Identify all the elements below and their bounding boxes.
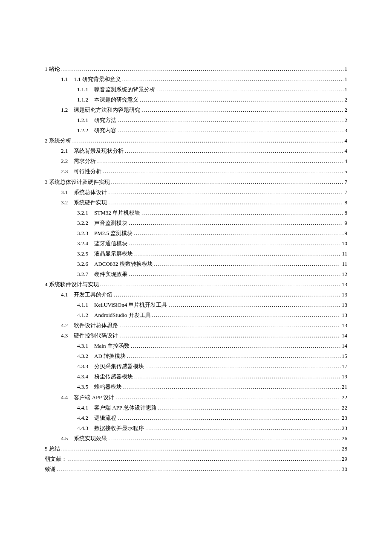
- toc-entry[interactable]: 1.1.2本课题的研究意义2: [45, 95, 347, 105]
- toc-entry-page: 8: [345, 198, 348, 208]
- toc-leader-dots: [108, 198, 343, 208]
- toc-entry-number: 4.5: [61, 433, 68, 444]
- toc-entry-page: 1: [345, 64, 348, 74]
- toc-entry[interactable]: 4.4.2逻辑流程23: [45, 413, 347, 423]
- toc-entry[interactable]: 3.1系统总体设计7: [45, 187, 347, 198]
- toc-entry-page: 28: [342, 444, 347, 454]
- toc-entry-number: 3.2.4: [77, 238, 88, 249]
- toc-entry-page: 10: [342, 238, 347, 249]
- toc-leader-dots: [129, 269, 340, 279]
- toc-entry-number: 4.3.5: [77, 382, 88, 392]
- toc-entry-number: 4.1: [61, 290, 68, 300]
- toc-entry[interactable]: 3.2.2声音监测模块9: [45, 218, 347, 228]
- toc-entry[interactable]: 2.3可行性分析5: [45, 166, 347, 177]
- toc-entry[interactable]: 4 系统软件设计与实现13: [45, 279, 347, 290]
- toc-entry[interactable]: 1.1.1噪音监测系统的背景分析1: [45, 84, 347, 95]
- toc-entry-number: 3.2.1: [77, 208, 88, 218]
- toc-entry[interactable]: 4.2软件设计总体思路13: [45, 320, 347, 331]
- toc-entry-page: 1: [345, 74, 348, 84]
- toc-entry[interactable]: 2 系统分析4: [45, 136, 347, 146]
- toc-leader-dots: [122, 74, 343, 84]
- toc-entry-page: 23: [342, 423, 347, 433]
- toc-entry[interactable]: 4.4客户端 APP 设计22: [45, 392, 347, 403]
- toc-entry-page: 2: [345, 95, 348, 105]
- toc-leader-dots: [156, 84, 343, 95]
- toc-entry-page: 14: [342, 341, 347, 351]
- toc-entry-number: 3.1: [61, 187, 68, 198]
- toc-entry[interactable]: 4.1.2AndroidStudio 开发工具13: [45, 310, 347, 320]
- toc-leader-dots: [141, 208, 343, 218]
- toc-entry[interactable]: 2.1系统背景及现状分析4: [45, 146, 347, 156]
- toc-entry[interactable]: 4.3.4粉尘传感器模块19: [45, 372, 347, 382]
- toc-entry-title: 1 绪论: [45, 64, 60, 74]
- toc-entry[interactable]: 3.2.3PM2.5 监测模块9: [45, 228, 347, 238]
- toc-entry[interactable]: 3.2.6ADCO832 模数转换模块11: [45, 259, 347, 269]
- toc-entry-page: 11: [342, 259, 347, 269]
- toc: 1 绪论11.11.1 研究背景和意义11.1.1噪音监测系统的背景分析11.1…: [0, 0, 392, 517]
- toc-entry[interactable]: 3.2.4蓝牙通信模块10: [45, 238, 347, 249]
- toc-entry-number: 4.4.2: [77, 413, 88, 423]
- toc-entry-number: 3.2.5: [77, 249, 88, 259]
- toc-leader-dots: [129, 218, 343, 228]
- toc-entry[interactable]: 4.3.1Main 主控函数14: [45, 341, 347, 351]
- toc-entry-page: 7: [345, 187, 348, 198]
- toc-leader-dots: [72, 136, 343, 146]
- toc-entry-page: 13: [342, 310, 347, 320]
- toc-entry[interactable]: 朝文献：29: [45, 454, 347, 464]
- toc-entry-title: 需求分析: [74, 156, 96, 166]
- toc-entry[interactable]: 4.5系统实现效果26: [45, 433, 347, 444]
- toc-leader-dots: [158, 403, 340, 413]
- toc-entry[interactable]: 2.2需求分析4: [45, 156, 347, 166]
- toc-entry[interactable]: 3.2.1STM32 单片机模块8: [45, 208, 347, 218]
- toc-entry-page: 4: [345, 136, 348, 146]
- toc-entry[interactable]: 1.2.2研究内容3: [45, 125, 347, 136]
- toc-entry-page: 4: [345, 156, 348, 166]
- toc-entry[interactable]: 4.1.1KeilUViSiOn4 单片机开发工具13: [45, 300, 347, 310]
- toc-entry[interactable]: 3.2系统硬件实现8: [45, 198, 347, 208]
- toc-entry-number: 3.2: [61, 198, 68, 208]
- toc-entry-number: 1.2.2: [77, 125, 88, 136]
- toc-entry-number: 4.3.4: [77, 372, 88, 382]
- toc-leader-dots: [134, 372, 340, 382]
- toc-entry-title: 开发工具的介绍: [74, 290, 112, 300]
- toc-entry[interactable]: 4.4.1客户端 APP 总体设计思路22: [45, 403, 347, 413]
- toc-entry[interactable]: 4.3硬件控制代码设计14: [45, 331, 347, 341]
- toc-entry[interactable]: 4.4.3数据接收并显示程序23: [45, 423, 347, 433]
- toc-entry-title: 声音监测模块: [94, 218, 127, 228]
- toc-entry-page: 30: [342, 464, 347, 474]
- toc-entry[interactable]: 4.1开发工具的介绍13: [45, 290, 347, 300]
- toc-entry-title: 客户端 APP 设计: [74, 392, 114, 403]
- toc-entry-title: 分贝采集传感器模块: [94, 361, 144, 372]
- toc-entry[interactable]: 3.2.5液晶显示屏模块11: [45, 249, 347, 259]
- toc-entry[interactable]: 1.2课题研究方法和内容题研究2: [45, 105, 347, 115]
- toc-entry[interactable]: 1.11.1 研究背景和意义1: [45, 74, 347, 84]
- toc-entry-page: 13: [342, 290, 347, 300]
- toc-entry-page: 9: [345, 228, 348, 238]
- toc-entry-title: Main 主控函数: [94, 341, 130, 351]
- toc-leader-dots: [103, 166, 343, 177]
- toc-entry[interactable]: 3 系统总体设计及硬件实现7: [45, 177, 347, 187]
- toc-entry[interactable]: 4.3.3分贝采集传感器模块17: [45, 361, 347, 372]
- toc-leader-dots: [108, 433, 340, 444]
- toc-leader-dots: [140, 95, 343, 105]
- toc-entry-page: 22: [342, 403, 347, 413]
- toc-entry[interactable]: 致谢30: [45, 464, 347, 474]
- toc-entry[interactable]: 5 总结28: [45, 444, 347, 454]
- toc-entry-title: 客户端 APP 总体设计思路: [94, 403, 157, 413]
- toc-entry-title: 5 总结: [45, 444, 60, 454]
- toc-entry[interactable]: 1 绪论1: [45, 64, 347, 74]
- toc-entry-number: 4.4: [61, 392, 68, 403]
- toc-entry[interactable]: 4.3.2AD 转换模块15: [45, 351, 347, 361]
- toc-entry-page: 8: [345, 208, 348, 218]
- toc-entry[interactable]: 1.2.1研究方法2: [45, 115, 347, 125]
- toc-leader-dots: [119, 320, 340, 331]
- toc-entry-number: 1.1: [61, 74, 68, 84]
- toc-entry-title: 逻辑流程: [94, 413, 116, 423]
- toc-entry-page: 13: [342, 320, 347, 331]
- toc-entry[interactable]: 4.3.5蜂鸣器模块21: [45, 382, 347, 392]
- toc-entry-number: 4.4.3: [77, 423, 88, 433]
- toc-entry[interactable]: 3.2.7硬件实现效果12: [45, 269, 347, 279]
- toc-entry-title: 本课题的研究意义: [94, 95, 138, 105]
- toc-entry-number: 3.2.7: [77, 269, 88, 279]
- toc-entry-page: 12: [342, 269, 347, 279]
